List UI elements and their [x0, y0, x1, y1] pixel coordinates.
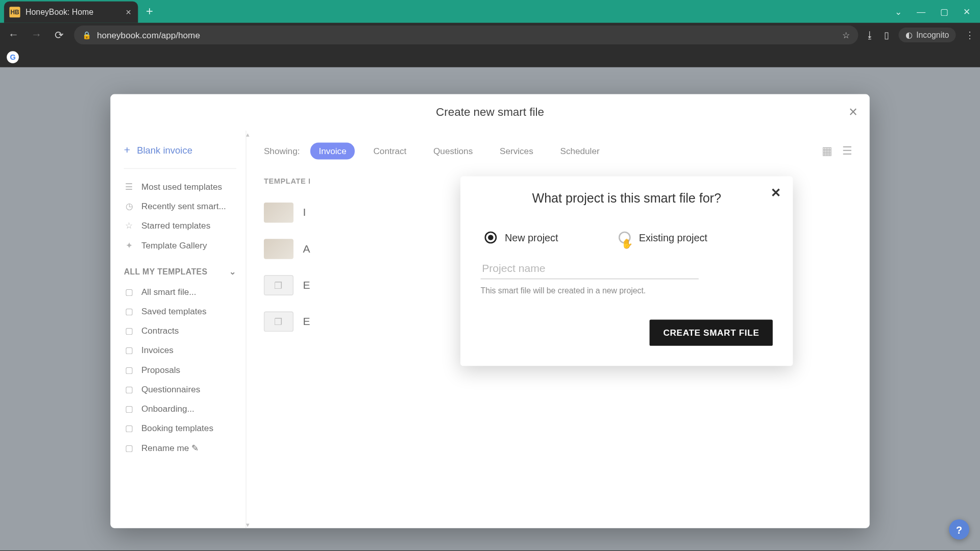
browser-tab[interactable]: HB HoneyBook: Home × [4, 2, 138, 23]
sidebar-section-heading[interactable]: ALL MY TEMPLATES ⌄ [124, 255, 236, 282]
template-thumb: ❐ [264, 275, 293, 295]
folder-icon: ▢ [124, 384, 135, 394]
blank-invoice-button[interactable]: + Blank invoice [124, 139, 236, 168]
sidebar-item-questionnaires[interactable]: ▢Questionnaires [124, 380, 236, 399]
project-name-input[interactable] [481, 260, 699, 279]
sidebar-item-starred[interactable]: ☆Starred templates [124, 216, 236, 235]
project-selection-dialog: What project is this smart file for? ✕ N… [460, 176, 793, 366]
template-thumb: ❐ [264, 312, 293, 332]
folder-icon: ▢ [124, 443, 135, 453]
reader-icon[interactable]: ▯ [884, 30, 890, 40]
sidebar-item-contracts[interactable]: ▢Contracts [124, 321, 236, 340]
google-shortcut-icon[interactable]: G [7, 51, 19, 63]
sidebar-item-rename[interactable]: ▢Rename me ✎ [124, 438, 236, 457]
sidebar-item-proposals[interactable]: ▢Proposals [124, 360, 236, 380]
list-view-icon[interactable]: ☰ [842, 144, 852, 158]
bookmarks-bar: G [0, 47, 980, 67]
folder-icon: ▢ [124, 404, 135, 414]
create-smart-file-modal: Create new smart file × ▴▾ + Blank invoi… [110, 94, 869, 529]
radio-option-existing-project[interactable]: Existing project ✋ [619, 232, 707, 244]
blank-invoice-label: Blank invoice [137, 145, 192, 156]
radio-unchecked-icon [619, 232, 631, 244]
column-heading-template: TEMPLATE I [264, 177, 479, 185]
address-bar[interactable]: 🔒 honeybook.com/app/home ☆ [74, 26, 859, 44]
radio-label: New project [505, 232, 558, 243]
back-button[interactable]: ← [6, 29, 22, 41]
filter-label: Showing: [264, 146, 300, 156]
sidebar-item-gallery[interactable]: ✦Template Gallery [124, 236, 236, 255]
profile-label: Incognito [916, 30, 949, 39]
template-row[interactable]: ❐E [264, 304, 479, 340]
chevron-down-icon: ⌄ [229, 267, 236, 277]
window-minimize-icon[interactable]: — [917, 7, 925, 17]
filter-pill-invoice[interactable]: Invoice [311, 143, 355, 160]
site-favicon: HB [9, 7, 20, 17]
kebab-menu-icon[interactable]: ⋮ [965, 30, 974, 40]
list-icon: ☰ [124, 182, 135, 192]
sidebar-item-all[interactable]: ▢All smart file... [124, 282, 236, 302]
folder-icon: ▢ [124, 306, 135, 316]
folder-icon: ▢ [124, 423, 135, 433]
folder-icon: ▢ [124, 287, 135, 297]
filter-pill-questions[interactable]: Questions [425, 143, 481, 160]
browser-titlebar: HB HoneyBook: Home × + ⌄ — ▢ ✕ [0, 0, 980, 23]
close-dialog-button[interactable]: ✕ [771, 186, 781, 201]
filter-pill-contract[interactable]: Contract [365, 143, 414, 160]
window-close-icon[interactable]: ✕ [963, 7, 971, 17]
window-maximize-icon[interactable]: ▢ [940, 7, 948, 17]
radio-label: Existing project [639, 232, 707, 243]
template-row[interactable]: A [264, 231, 479, 267]
plus-icon: + [124, 144, 130, 156]
template-row[interactable]: I [264, 194, 479, 231]
template-thumb [264, 203, 293, 223]
filter-pill-scheduler[interactable]: Scheduler [552, 143, 608, 160]
browser-toolbar: ← → ⟳ 🔒 honeybook.com/app/home ☆ ⭳ ▯ ◐ I… [0, 23, 980, 47]
folder-icon: ▢ [124, 345, 135, 355]
sparkle-icon: ✦ [124, 240, 135, 251]
modal-title: Create new smart file [436, 106, 544, 119]
url-text: honeybook.com/app/home [97, 30, 200, 40]
sidebar-item-saved[interactable]: ▢Saved templates [124, 302, 236, 321]
filter-pill-services[interactable]: Services [492, 143, 541, 160]
close-tab-icon[interactable]: × [126, 7, 131, 17]
create-smart-file-button[interactable]: CREATE SMART FILE [650, 319, 773, 345]
window-dropdown-icon[interactable]: ⌄ [895, 7, 902, 17]
folder-icon: ▢ [124, 365, 135, 375]
sidebar-item-onboarding[interactable]: ▢Onboarding... [124, 399, 236, 418]
lock-icon: 🔒 [82, 31, 91, 39]
dialog-title: What project is this smart file for? [481, 191, 773, 206]
sidebar-item-recent[interactable]: ◷Recently sent smart... [124, 196, 236, 216]
incognito-icon: ◐ [905, 30, 912, 39]
clock-icon: ◷ [124, 201, 135, 211]
template-sidebar: + Blank invoice ☰Most used templates ◷Re… [110, 131, 246, 528]
reload-button[interactable]: ⟳ [51, 29, 67, 41]
downloads-icon[interactable]: ⭳ [865, 30, 874, 40]
template-row[interactable]: ❐E [264, 267, 479, 304]
sidebar-item-booking[interactable]: ▢Booking templates [124, 418, 236, 438]
profile-chip[interactable]: ◐ Incognito [899, 28, 956, 42]
help-button[interactable]: ? [949, 519, 969, 540]
new-tab-button[interactable]: + [146, 5, 153, 19]
template-thumb [264, 239, 293, 259]
sidebar-item-most-used[interactable]: ☰Most used templates [124, 177, 236, 196]
sidebar-item-invoices[interactable]: ▢Invoices [124, 340, 236, 360]
tab-title: HoneyBook: Home [26, 8, 93, 17]
forward-button[interactable]: → [28, 29, 44, 41]
helper-text: This smart file will be created in a new… [481, 286, 773, 295]
radio-checked-icon [484, 232, 497, 244]
bookmark-star-icon[interactable]: ☆ [842, 30, 850, 40]
folder-icon: ▢ [124, 325, 135, 336]
radio-option-new-project[interactable]: New project [484, 232, 558, 244]
grid-view-icon[interactable]: ▦ [822, 144, 832, 158]
template-main-panel: Showing: Invoice Contract Questions Serv… [247, 131, 870, 528]
close-modal-button[interactable]: × [849, 104, 857, 121]
star-icon: ☆ [124, 221, 135, 231]
